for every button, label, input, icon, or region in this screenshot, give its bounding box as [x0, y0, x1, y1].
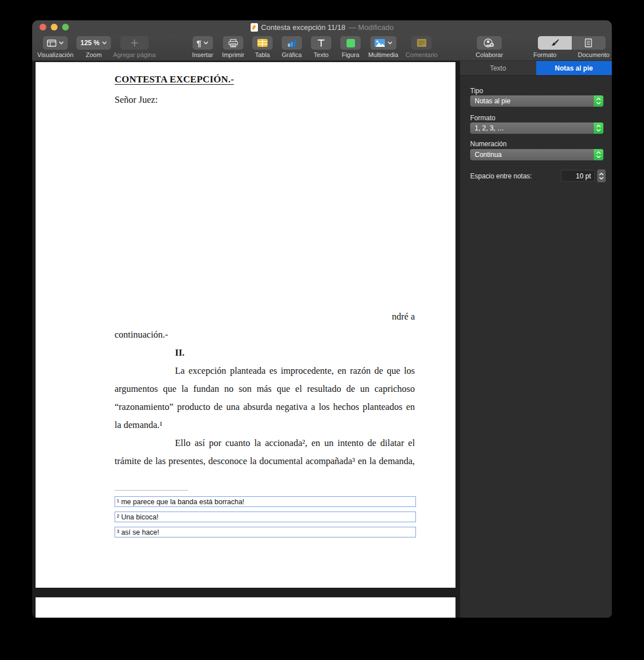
inspector-tabbar: Texto Notas al pie: [460, 61, 612, 76]
document-section-number: II.: [175, 347, 185, 359]
titlebar: Contesta excepción 11/18 — Modificado: [32, 20, 612, 34]
espacio-value: 10 pt: [576, 172, 591, 180]
document-segment-button[interactable]: [572, 36, 606, 50]
printer-icon: [228, 39, 238, 47]
format-segment-label: Formato: [533, 51, 557, 58]
formato-select[interactable]: 1, 2, 3, …: [470, 123, 603, 134]
document-heading: CONTESTA EXCEPCIÓN.-: [115, 73, 234, 86]
toolbar-label: Gráfica: [282, 51, 301, 58]
footnote-field[interactable]: ¹ me parece que la banda está borracha!: [115, 496, 416, 507]
comment-icon: [417, 39, 426, 47]
chevron-down-icon: [387, 41, 392, 45]
toolbar-label: Zoom: [86, 51, 102, 58]
tab-notas-al-pie[interactable]: Notas al pie: [536, 61, 612, 75]
zoom-value: 125 %: [80, 39, 99, 47]
footnote-field[interactable]: ² Una bicoca!: [115, 512, 416, 522]
chevron-down-icon: [59, 41, 64, 45]
chevron-down-icon: [102, 41, 107, 45]
chevron-updown-icon: [594, 149, 603, 160]
media-image-icon: [374, 39, 385, 47]
toolbar-comment-button: Comentario: [406, 36, 438, 58]
footnote-field[interactable]: ³ así se hace!: [115, 527, 416, 537]
espacio-label: Espacio entre notas:: [470, 172, 532, 180]
toolbar-collaborate-button[interactable]: Colaborar: [476, 36, 503, 58]
paragraph-line: “razonamiento” producto de una absurda n…: [115, 401, 415, 413]
tipo-value: Notas al pie: [470, 97, 594, 105]
bar-chart-icon: [287, 39, 296, 47]
toolbar-print-button[interactable]: Imprimir: [222, 36, 244, 58]
toolbar-zoom-button[interactable]: 125 % Zoom: [76, 36, 111, 58]
document-canvas[interactable]: CONTESTA EXCEPCIÓN.- Señor Juez: ndré a …: [32, 61, 459, 618]
collaborate-person-icon: [483, 38, 496, 47]
paintbrush-icon: [550, 38, 559, 47]
paragraph-line: Ello así por cuanto la accionada², en un…: [115, 437, 415, 449]
modified-status: — Modificado: [349, 23, 393, 32]
formato-label: Formato: [470, 114, 496, 122]
espacio-input[interactable]: 10 pt: [561, 170, 595, 182]
toolbar-label: Colaborar: [476, 51, 503, 58]
toolbar-label: Visualización: [37, 51, 73, 58]
paragraph-line: La excepción planteada es improcedente, …: [115, 365, 415, 377]
document-segment-label: Documento: [578, 51, 610, 58]
document-page-1[interactable]: CONTESTA EXCEPCIÓN.- Señor Juez: ndré a …: [36, 62, 455, 588]
toolbar-label: Texto: [314, 51, 328, 58]
toolbar-label: Agregar página: [113, 51, 155, 58]
document-salutation: Señor Juez:: [115, 94, 158, 106]
text-icon: [317, 39, 325, 47]
document-line-fragment: ndré a: [115, 311, 415, 323]
format-inspector: Texto Notas al pie Tipo Notas al pie For…: [459, 61, 612, 618]
shape-icon: [347, 39, 355, 47]
window-title: Contesta excepción 11/18 — Modificado: [32, 20, 612, 34]
paragraph-line: trámite de las presentes, desconoce la d…: [115, 455, 415, 467]
tipo-label: Tipo: [470, 87, 483, 95]
chevron-updown-icon: [594, 95, 603, 107]
chevron-updown-icon: [599, 173, 604, 180]
pages-window: Contesta excepción 11/18 — Modificado Vi…: [32, 20, 612, 618]
toolbar-label: Comentario: [406, 51, 438, 58]
view-panel-icon: [47, 40, 56, 47]
toolbar-insert-button[interactable]: ¶ Insertar: [192, 36, 213, 58]
tipo-select[interactable]: Notas al pie: [470, 95, 603, 107]
toolbar-label: Multimedia: [368, 51, 398, 58]
toolbar-label: Figura: [341, 51, 359, 58]
pilcrow-icon: ¶: [196, 38, 201, 48]
chevron-down-icon: [204, 41, 209, 45]
toolbar: Visualización 125 % Zoom Agregar página …: [32, 34, 612, 61]
pages-document-icon: [251, 23, 258, 32]
toolbar-add-page-button: Agregar página: [113, 36, 155, 58]
toolbar-chart-button[interactable]: Gráfica: [282, 36, 302, 58]
toolbar-label: Tabla: [255, 51, 270, 58]
espacio-stepper[interactable]: [597, 169, 606, 182]
toolbar-label: Insertar: [192, 51, 213, 58]
paragraph-line: la demanda.¹: [115, 419, 415, 431]
toolbar-table-button[interactable]: Tabla: [252, 36, 273, 58]
toolbar-view-button[interactable]: Visualización: [37, 36, 73, 58]
document-page-2[interactable]: [36, 597, 455, 618]
format-segment-button[interactable]: [538, 36, 572, 50]
numeracion-select[interactable]: Continua: [470, 149, 603, 160]
chevron-updown-icon: [594, 123, 603, 134]
inspector-segmented-control: Formato Documento: [537, 36, 606, 58]
toolbar-label: Imprimir: [222, 51, 244, 58]
plus-icon: [130, 39, 138, 47]
document-line-continuation: continuación.-: [115, 329, 415, 341]
numeracion-value: Continua: [470, 151, 594, 159]
paragraph-line: argumentos que la fundan no son más que …: [115, 383, 415, 395]
footnote-separator: [115, 490, 188, 491]
document-icon: [585, 38, 592, 47]
toolbar-media-button[interactable]: Multimedia: [368, 36, 398, 58]
toolbar-shape-button[interactable]: Figura: [340, 36, 361, 58]
formato-value: 1, 2, 3, …: [470, 124, 594, 132]
numeracion-label: Numeración: [470, 140, 507, 148]
document-title: Contesta excepción 11/18: [261, 23, 345, 32]
tab-texto[interactable]: Texto: [460, 61, 536, 75]
table-icon: [257, 39, 268, 47]
toolbar-text-button[interactable]: Texto: [311, 36, 331, 58]
